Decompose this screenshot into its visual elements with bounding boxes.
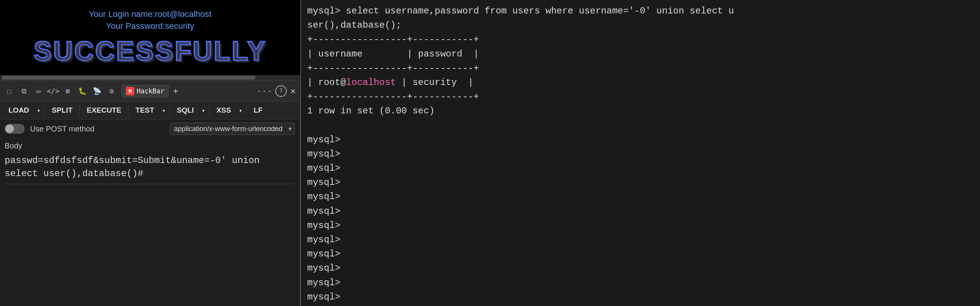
hackbar-tab-label: HackBar <box>137 87 164 95</box>
inspect-icon[interactable]: ▭ <box>32 85 45 97</box>
terminal-line-21: mysql> <box>307 290 974 304</box>
terminal-line-4: | username | password | <box>307 47 974 61</box>
terminal-line-12: mysql> <box>307 161 974 175</box>
scrollbar-thumb[interactable] <box>2 76 256 80</box>
terminal-line-9 <box>307 118 974 133</box>
grid-icon[interactable]: ⊞ <box>62 85 74 97</box>
new-tab-button[interactable]: + <box>171 86 181 96</box>
wifi-icon[interactable]: 📡 <box>91 85 103 97</box>
body-underline <box>5 184 295 184</box>
body-text[interactable]: passwd=sdfdsfsdf&submit=Submit&uname=-0'… <box>5 154 295 180</box>
terminal-line-2: ser(),database(); <box>307 18 974 32</box>
terminal-line-3: +-----------------+-----------+ <box>307 32 974 47</box>
load-button[interactable]: LOAD <box>4 104 34 117</box>
terminal-line-18: mysql> <box>307 247 974 261</box>
browser-viewport: Your Login name:root@localhost Your Pass… <box>0 0 300 75</box>
terminal-line-1: mysql> select username,password from use… <box>307 4 974 18</box>
terminal-line-19: mysql> <box>307 261 974 275</box>
load-arrow[interactable]: ▾ <box>35 105 42 116</box>
help-button[interactable]: ? <box>275 85 287 97</box>
divider-5 <box>209 105 209 116</box>
test-button[interactable]: TEST <box>131 104 159 117</box>
hackbar-tab[interactable]: H HackBar <box>122 85 169 97</box>
terminal-line-10: mysql> <box>307 133 974 147</box>
bug-icon[interactable]: 🐛 <box>76 85 89 97</box>
more-options-button[interactable]: ··· <box>257 86 273 96</box>
post-label: Use POST method <box>30 125 94 133</box>
post-toggle[interactable] <box>5 124 25 134</box>
sqli-button[interactable]: SQLI <box>172 104 198 117</box>
login-name-line: Your Login name:root@localhost <box>89 8 212 20</box>
close-button[interactable]: ✕ <box>289 86 297 96</box>
divider-2 <box>79 105 80 116</box>
test-arrow[interactable]: ▾ <box>161 105 167 116</box>
browser-panel: Your Login name:root@localhost Your Pass… <box>0 0 300 306</box>
divider-4 <box>169 105 170 116</box>
toggle-knob <box>5 125 14 133</box>
hackbar-tab-icon: H <box>126 87 134 95</box>
gear-icon[interactable]: ⚙ <box>105 85 118 97</box>
content-type-wrapper: application/x-www-form-urlencoded multip… <box>170 123 295 135</box>
terminal-line-7: +-----------------+-----------+ <box>307 90 974 104</box>
hackbar-body: LOAD ▾ SPLIT EXECUTE TEST ▾ SQLI ▾ XSS ▾… <box>0 101 299 306</box>
xss-arrow[interactable]: ▾ <box>237 105 244 116</box>
body-label: Body <box>0 138 299 152</box>
content-type-select[interactable]: application/x-www-form-urlencoded multip… <box>170 123 295 135</box>
duplicate-icon[interactable]: ⧉ <box>18 85 30 97</box>
terminal-line-17: mysql> <box>307 233 974 247</box>
cursor-icon[interactable]: ⬚ <box>3 85 15 97</box>
browser-toolbar: ⬚ ⧉ ▭ </> ⊞ 🐛 📡 ⚙ H HackBar + ··· ? ✕ <box>0 80 300 101</box>
terminal-line-14: mysql> <box>307 190 974 204</box>
terminal-line-5: +-----------------+-----------+ <box>307 61 974 75</box>
terminal-line-8: 1 row in set (0.00 sec) <box>307 104 974 118</box>
terminal-line-11: mysql> <box>307 147 974 161</box>
sqli-arrow[interactable]: ▾ <box>200 105 207 116</box>
divider-3 <box>128 105 129 116</box>
code-icon[interactable]: </> <box>47 85 59 97</box>
success-text: SUCCESSFULLY <box>33 36 267 67</box>
execute-button[interactable]: EXECUTE <box>82 104 126 117</box>
terminal-line-20: mysql> <box>307 276 974 290</box>
lf-button[interactable]: LF <box>249 104 267 117</box>
terminal-panel: mysql> select username,password from use… <box>301 0 980 306</box>
terminal-line-15: mysql> <box>307 204 974 218</box>
post-method-row: Use POST method application/x-www-form-u… <box>0 120 299 138</box>
hackbar-actions: LOAD ▾ SPLIT EXECUTE TEST ▾ SQLI ▾ XSS ▾… <box>0 101 299 120</box>
split-button[interactable]: SPLIT <box>47 104 77 117</box>
divider-1 <box>44 105 45 116</box>
terminal-line-6: | root@localhost | security | <box>307 75 974 90</box>
divider-6 <box>246 105 247 116</box>
xss-button[interactable]: XSS <box>212 104 236 117</box>
terminal-line-16: mysql> <box>307 218 974 233</box>
login-password-line: Your Password:security <box>89 20 212 32</box>
viewport-scrollbar[interactable] <box>0 75 300 80</box>
body-input-area[interactable]: passwd=sdfdsfsdf&submit=Submit&uname=-0'… <box>0 152 299 306</box>
login-info: Your Login name:root@localhost Your Pass… <box>89 8 212 32</box>
terminal-line-13: mysql> <box>307 175 974 190</box>
terminal-line-22: mysql> <box>307 304 974 306</box>
